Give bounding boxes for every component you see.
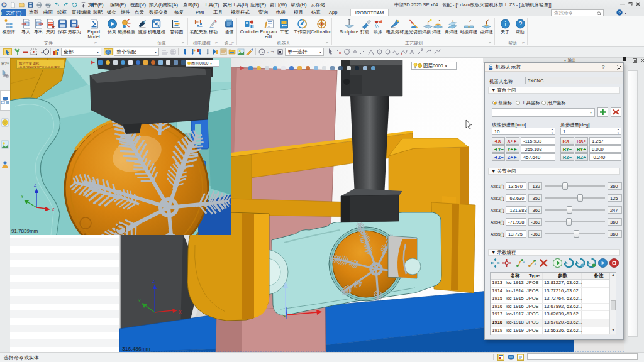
svg-text:i: i	[504, 21, 506, 28]
svg-text:X: X	[179, 310, 182, 314]
svg-text:Y: Y	[21, 194, 24, 199]
svg-text:X: X	[52, 207, 55, 212]
svg-text:91.7839mm: 91.7839mm	[11, 228, 38, 234]
svg-text:?: ?	[519, 21, 523, 28]
svg-text:Z: Z	[152, 279, 155, 283]
svg-text:?: ?	[618, 11, 621, 15]
svg-text:316.486mm: 316.486mm	[122, 346, 150, 352]
svg-text:Y: Y	[138, 299, 141, 303]
svg-text:Z: Z	[34, 183, 37, 187]
